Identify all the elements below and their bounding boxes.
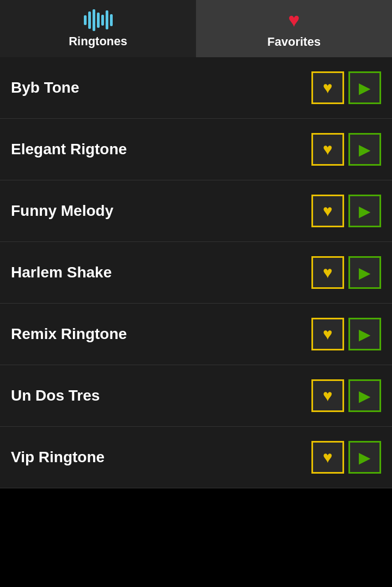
play-icon: ▶ [359,449,371,467]
favorite-button[interactable]: ♥ [311,441,344,474]
play-button[interactable]: ▶ [348,195,381,227]
play-button[interactable]: ▶ [348,379,381,412]
play-icon: ▶ [359,202,371,220]
play-icon: ▶ [359,141,371,159]
heart-icon: ♥ [323,78,333,97]
play-button[interactable]: ▶ [348,256,381,289]
tab-ringtones[interactable]: Ringtones [0,0,196,57]
heart-icon: ♥ [323,386,333,405]
heart-icon: ♥ [323,140,333,159]
play-icon: ▶ [359,79,371,97]
favorite-button[interactable]: ♥ [311,256,344,289]
waveform-icon [84,9,113,31]
favorite-button[interactable]: ♥ [311,318,344,350]
tab-ringtones-label: Ringtones [69,34,127,49]
favorite-button[interactable]: ♥ [311,71,344,104]
tab-favorites[interactable]: ♥ Favorites [196,0,392,57]
play-button[interactable]: ▶ [348,133,381,166]
play-icon: ▶ [359,264,371,282]
ringtone-list: Byb Tone ♥ ▶ Elegant Rigtone ♥ ▶ Funny M… [0,57,392,488]
list-item: Byb Tone ♥ ▶ [0,57,392,119]
ringtone-name: Remix Ringtone [11,325,127,343]
ringtone-actions: ♥ ▶ [311,441,381,474]
ringtone-actions: ♥ ▶ [311,256,381,289]
play-button[interactable]: ▶ [348,318,381,350]
ringtone-actions: ♥ ▶ [311,379,381,412]
list-item: Harlem Shake ♥ ▶ [0,242,392,304]
list-item: Vip Ringtone ♥ ▶ [0,427,392,488]
favorite-button[interactable]: ♥ [311,133,344,166]
play-button[interactable]: ▶ [348,441,381,474]
heart-icon: ♥ [323,202,333,220]
ringtone-name: Un Dos Tres [11,387,100,404]
heart-icon: ♥ [323,325,333,343]
favorite-button[interactable]: ♥ [311,379,344,412]
heart-tab-icon: ♥ [288,9,299,32]
ringtone-name: Harlem Shake [11,264,112,281]
favorite-button[interactable]: ♥ [311,195,344,227]
ringtone-name: Vip Ringtone [11,449,105,466]
tab-bar: Ringtones ♥ Favorites [0,0,392,57]
heart-icon: ♥ [323,263,333,282]
ringtone-actions: ♥ ▶ [311,318,381,350]
list-item: Elegant Rigtone ♥ ▶ [0,119,392,180]
ringtone-name: Elegant Rigtone [11,141,127,158]
tab-favorites-label: Favorites [267,35,321,49]
list-item: Funny Melody ♥ ▶ [0,180,392,242]
list-item: Remix Ringtone ♥ ▶ [0,304,392,365]
play-icon: ▶ [359,387,371,405]
bottom-area [0,488,392,581]
ringtone-name: Funny Melody [11,202,113,220]
ringtone-actions: ♥ ▶ [311,71,381,104]
ringtone-name: Byb Tone [11,79,79,96]
ringtone-actions: ♥ ▶ [311,195,381,227]
play-icon: ▶ [359,325,371,343]
heart-icon: ♥ [323,448,333,467]
play-button[interactable]: ▶ [348,71,381,104]
ringtone-actions: ♥ ▶ [311,133,381,166]
list-item: Un Dos Tres ♥ ▶ [0,365,392,427]
